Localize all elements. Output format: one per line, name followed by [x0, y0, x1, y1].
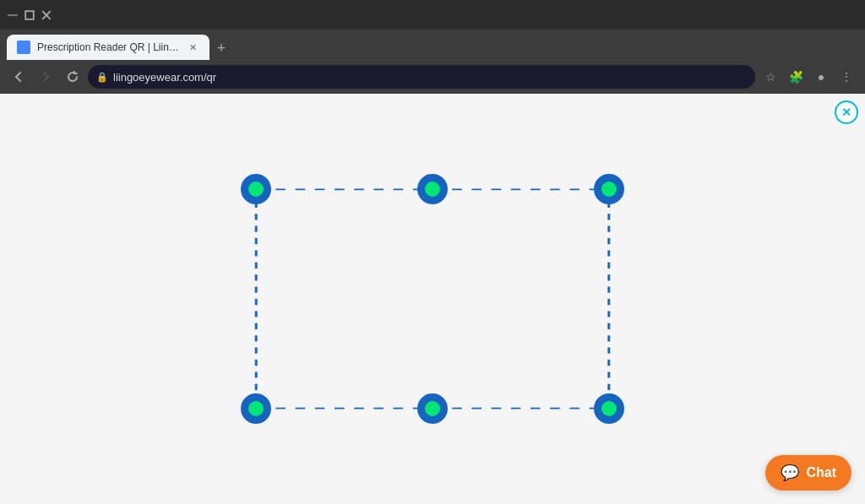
extensions-icon[interactable]: 🧩 [784, 65, 808, 89]
chat-button[interactable]: 💬 Chat [765, 455, 851, 490]
toolbar-icons: ☆ 🧩 ● ⋮ [759, 65, 858, 89]
close-icon: ✕ [841, 106, 851, 118]
refresh-button[interactable] [61, 65, 84, 89]
page-close-button[interactable]: ✕ [835, 100, 858, 124]
dot-top-left[interactable] [241, 174, 271, 204]
dot-top-right[interactable] [594, 174, 624, 204]
minimize-button[interactable] [7, 9, 19, 21]
address-bar[interactable]: 🔒 liingoeyewear.com/qr [88, 65, 755, 89]
active-tab[interactable]: Prescription Reader QR | Liingo E... ✕ [7, 35, 209, 60]
back-button[interactable] [7, 65, 30, 89]
address-text: liingoeyewear.com/qr [113, 71, 216, 84]
dot-inner-bot-left [248, 401, 264, 416]
chat-button-label: Chat [806, 465, 836, 480]
profile-icon[interactable]: ● [809, 65, 833, 89]
browser-chrome: Prescription Reader QR | Liingo E... ✕ +… [0, 0, 865, 94]
close-window-button[interactable] [41, 9, 52, 21]
tab-bar: Prescription Reader QR | Liingo E... ✕ + [0, 30, 865, 60]
omnibar: 🔒 liingoeyewear.com/qr ☆ 🧩 ● ⋮ [0, 60, 865, 94]
svg-rect-1 [25, 11, 34, 19]
dot-top-mid[interactable] [417, 174, 448, 204]
lock-icon: 🔒 [96, 72, 108, 83]
forward-button[interactable] [34, 65, 57, 89]
svg-rect-0 [8, 14, 18, 15]
tab-favicon [17, 41, 30, 54]
dot-bot-left[interactable] [241, 393, 271, 424]
dot-bot-right[interactable] [594, 393, 624, 424]
tab-close-button[interactable]: ✕ [186, 41, 199, 54]
window-controls [7, 9, 52, 21]
bookmark-icon[interactable]: ☆ [759, 65, 782, 89]
page-content: ✕ [0, 94, 865, 504]
new-tab-button[interactable]: + [209, 36, 233, 60]
dot-bot-mid[interactable] [417, 393, 448, 424]
menu-icon[interactable]: ⋮ [835, 65, 858, 89]
dot-inner-top-left [248, 182, 264, 197]
tab-title: Prescription Reader QR | Liingo E... [37, 41, 179, 53]
dot-inner-top-right [601, 182, 617, 197]
dot-grid [188, 147, 677, 451]
dot-inner-top-mid [425, 182, 440, 197]
chat-bubble-icon: 💬 [781, 463, 799, 482]
maximize-button[interactable] [24, 9, 35, 21]
dot-inner-bot-right [601, 401, 617, 416]
title-bar [0, 0, 865, 30]
dot-inner-bot-mid [425, 401, 440, 416]
